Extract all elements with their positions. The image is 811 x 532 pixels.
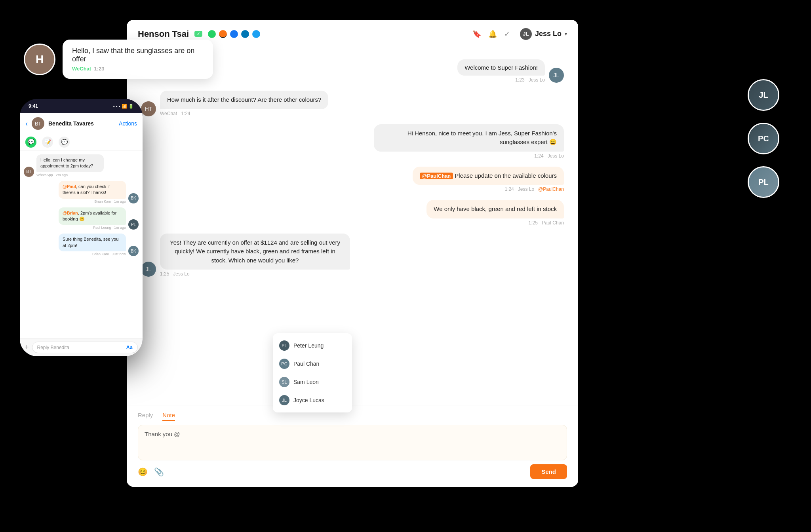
mention-paul-name: Paul Chan — [293, 361, 319, 367]
msg-mention-meta: 1:24 Jess Lo @PaulChan — [413, 186, 564, 192]
header-left: Henson Tsai ✓ — [138, 29, 260, 39]
side-avatar-1: JL — [748, 79, 779, 111]
mention-paul-avatar: PC — [279, 359, 289, 369]
phone-msg-1-meta: WhatsApp 2m ago — [36, 173, 104, 177]
mention-sam-name: Sam Leon — [293, 379, 319, 385]
msg-mention-bubble: @PaulChanPlease update on the available … — [413, 167, 564, 185]
note-placeholder: Thank you @ — [145, 431, 180, 437]
reply-tabs: Reply Note — [138, 412, 567, 421]
reply-area: Reply Note Thank you @ PL Peter Leung PC… — [127, 405, 578, 487]
wechat-meta: WeChat 1:23 — [72, 66, 204, 72]
mention-joyce-name: Joyce Lucas — [293, 397, 324, 403]
mention-sam[interactable]: SL Sam Leon — [273, 373, 352, 391]
phone-msg-3-avatar: PL — [128, 219, 139, 230]
phone-msg-4-avatar: BK — [128, 246, 139, 256]
attachment-icon[interactable]: 📎 — [154, 467, 164, 477]
phone-msg-3-bubble: @Brian, 2pm's available for booking 😊 — [59, 207, 126, 225]
header-right: 🔖 🔔 ✓ JL Jess Lo ▾ — [472, 28, 567, 40]
mention-peter-name: Peter Leung — [293, 342, 324, 349]
msg-paul-meta: 1:25 Paul Chan — [426, 220, 564, 226]
msg-mention-content: @PaulChanPlease update on the available … — [413, 167, 564, 192]
chat-area: Welcome to Super Fashion! 1:23 Jess Lo J… — [127, 48, 578, 405]
phone-screen: ‹ BT Benedita Tavares Actions 💬 📝 💬 BT H… — [20, 113, 143, 356]
phone-back-button[interactable]: ‹ — [25, 120, 28, 128]
wechat-avatar: H — [24, 44, 55, 75]
emoji-icon[interactable]: 😊 — [138, 467, 148, 477]
tab-reply[interactable]: Reply — [138, 412, 153, 421]
reply-actions: 😊 📎 Send — [138, 464, 567, 479]
phone-msg-2-avatar: BK — [128, 193, 139, 203]
msg-mention: @PaulChanPlease update on the available … — [141, 167, 564, 192]
msg-offer-avatar: JL — [141, 262, 156, 277]
user-badge[interactable]: JL Jess Lo ▾ — [520, 28, 567, 40]
phone-contact-avatar: BT — [32, 117, 44, 130]
check-icon[interactable]: ✓ — [504, 30, 513, 38]
user-name: Jess Lo — [535, 30, 562, 38]
reply-icons: 😊 📎 — [138, 467, 164, 477]
verified-badge: ✓ — [194, 31, 202, 37]
phone-reply-placeholder: Reply Benedita — [37, 345, 69, 350]
phone-reply-input[interactable]: Reply Benedita Aa — [32, 342, 138, 353]
channel-wechat[interactable] — [219, 30, 227, 38]
mention-peter[interactable]: PL Peter Leung — [273, 336, 352, 355]
bookmark-icon[interactable]: 🔖 — [472, 30, 481, 38]
channel-facebook[interactable] — [230, 30, 238, 38]
msg-offer-content: Yes! They are currently on offer at $112… — [160, 234, 350, 277]
bell-icon[interactable]: 🔔 — [488, 30, 497, 38]
phone-status-icons: ▪ ▪ ▪ 📶 🔋 — [113, 104, 134, 109]
channel-whatsapp[interactable] — [208, 30, 216, 38]
mobile-phone: 9:41 ▪ ▪ ▪ 📶 🔋 ‹ BT Benedita Tavares Act… — [20, 99, 143, 356]
mention-tag: @PaulChan — [420, 173, 453, 179]
msg-incoming-1-bubble: How much is it after the discount? Are t… — [160, 91, 328, 109]
mention-joyce-avatar: JL — [279, 395, 289, 405]
mention-peter-avatar: PL — [279, 340, 289, 351]
phone-tab-whatsapp[interactable]: 💬 — [25, 137, 36, 148]
msg-paul-bubble: We only have black, green and red left i… — [426, 200, 564, 218]
channel-icons — [208, 30, 260, 38]
msg-paul-content: We only have black, green and red left i… — [426, 200, 564, 226]
send-button[interactable]: Send — [530, 464, 567, 479]
mention-joyce[interactable]: JL Joyce Lucas — [273, 391, 352, 409]
channel-twitter[interactable] — [252, 30, 260, 38]
mention-dropdown: PL Peter Leung PC Paul Chan SL Sam Leon … — [273, 333, 352, 412]
msg-outgoing-1-bubble: Hi Henson, nice to meet you, I am Jess, … — [374, 124, 564, 152]
mention-paul[interactable]: PC Paul Chan — [273, 355, 352, 373]
phone-contact-name: Benedita Tavares — [48, 120, 115, 127]
tab-note[interactable]: Note — [162, 412, 175, 421]
phone-aa-button[interactable]: Aa — [126, 344, 133, 350]
phone-msg-2-bubble: @Paul, can you check if there's a slot? … — [59, 181, 126, 199]
msg-welcome-bubble: Welcome to Super Fashion! — [457, 59, 545, 76]
phone-msg-4-bubble: Sure thing Benedita, see you at 2pm! — [59, 234, 126, 251]
phone-msg-3-meta: Paul Leung 1m ago — [59, 226, 126, 230]
msg-outgoing-1-meta: 1:24 Jess Lo — [374, 153, 564, 159]
msg-welcome-content: Welcome to Super Fashion! 1:23 Jess Lo — [457, 59, 545, 83]
chevron-down-icon: ▾ — [565, 31, 567, 37]
phone-msg-2: @Paul, can you check if there's a slot? … — [24, 181, 139, 203]
phone-channel-tabs: 💬 📝 💬 — [20, 134, 143, 150]
channel-linkedin[interactable] — [241, 30, 249, 38]
phone-reply-bar: + Reply Benedita Aa — [20, 338, 143, 356]
contact-name: Henson Tsai — [138, 29, 189, 39]
side-avatar-3: PL — [748, 166, 779, 198]
phone-msg-4: Sure thing Benedita, see you at 2pm! Bri… — [24, 234, 139, 256]
msg-welcome-meta: 1:23 Jess Lo — [457, 77, 545, 83]
wechat-popup: H Hello, I saw that the sunglasses are o… — [24, 40, 213, 79]
msg-offer-meta: 1:25 Jess Lo — [160, 271, 350, 277]
desktop-window: Henson Tsai ✓ 🔖 🔔 ✓ JL Jess Lo ▾ — [127, 20, 578, 487]
phone-msg-1-bubble: Hello, can I change my appointment to 2p… — [36, 154, 104, 172]
phone-add-icon[interactable]: + — [25, 343, 29, 352]
msg-incoming-1-content: How much is it after the discount? Are t… — [160, 91, 328, 116]
msg-incoming-1-meta: WeChat 1:24 — [160, 111, 328, 116]
msg-welcome-avatar: JL — [549, 68, 564, 83]
msg-paul: We only have black, green and red left i… — [141, 200, 564, 226]
phone-actions-button[interactable]: Actions — [119, 120, 137, 127]
phone-tab-note[interactable]: 📝 — [42, 137, 53, 148]
side-avatar-2: PC — [748, 123, 779, 154]
phone-msg-3: @Brian, 2pm's available for booking 😊 Pa… — [24, 207, 139, 230]
phone-tab-chat[interactable]: 💬 — [59, 137, 70, 148]
note-input[interactable]: Thank you @ PL Peter Leung PC Paul Chan … — [138, 425, 567, 460]
phone-notch: 9:41 ▪ ▪ ▪ 📶 🔋 — [20, 99, 143, 113]
wechat-time: 1:23 — [94, 66, 104, 72]
phone-messages: BT Hello, can I change my appointment to… — [20, 150, 143, 338]
msg-offer-bubble: Yes! They are currently on offer at $112… — [160, 234, 350, 270]
